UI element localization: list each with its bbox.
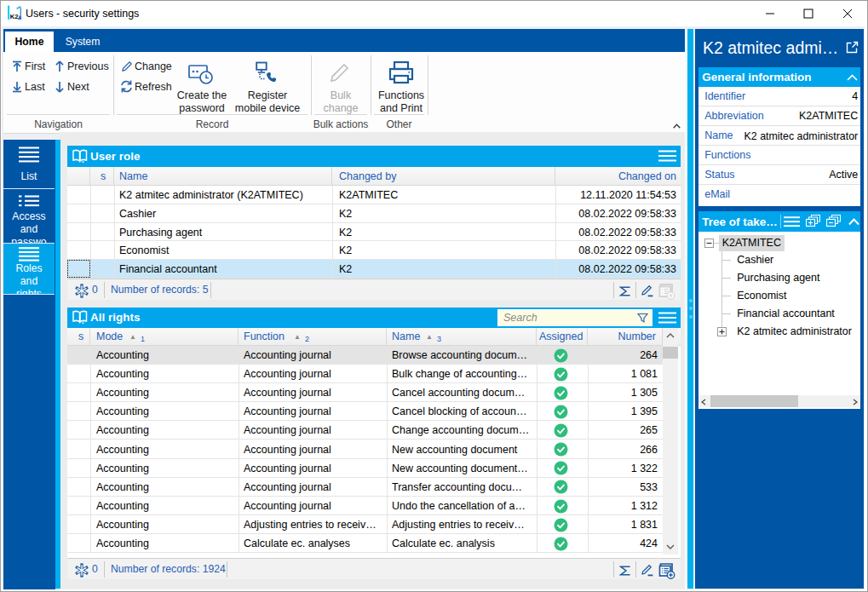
svg-text:K2: K2: [10, 13, 19, 20]
